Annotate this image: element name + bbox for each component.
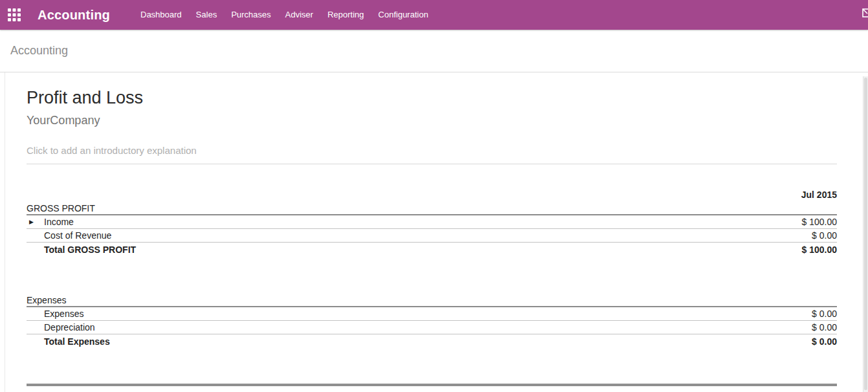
breadcrumb[interactable]: Accounting bbox=[10, 44, 68, 58]
row-value: $ 100.00 bbox=[802, 245, 838, 255]
menu-item-dashboard[interactable]: Dashboard bbox=[133, 0, 189, 30]
row-total-expenses: Total Expenses $ 0.00 bbox=[27, 334, 837, 349]
report-title: Profit and Loss bbox=[27, 88, 837, 108]
report-page: Profit and Loss YourCompany Click to add… bbox=[0, 72, 868, 392]
breadcrumb-bar: Accounting bbox=[0, 30, 868, 72]
apps-menu-button[interactable] bbox=[0, 0, 28, 30]
expand-caret-icon[interactable]: ▶ bbox=[29, 219, 34, 225]
row-label: Total GROSS PROFIT bbox=[27, 245, 136, 255]
row-income[interactable]: ▶ Income $ 100.00 bbox=[27, 215, 837, 229]
menu-item-adviser[interactable]: Adviser bbox=[278, 0, 320, 30]
row-expenses[interactable]: Expenses $ 0.00 bbox=[27, 307, 837, 321]
row-label: Expenses bbox=[27, 309, 83, 319]
row-value: $ 0.00 bbox=[812, 336, 837, 347]
section-name: GROSS PROFIT bbox=[27, 203, 95, 213]
menu-item-sales[interactable]: Sales bbox=[189, 0, 225, 30]
profit-loss-table: Jul 2015 GROSS PROFIT ▶ Income $ 100.00 … bbox=[27, 188, 837, 392]
period-column-header: Jul 2015 bbox=[801, 190, 837, 200]
row-cost-of-revenue[interactable]: Cost of Revenue $ 0.00 bbox=[27, 229, 837, 243]
scrollbar-thumb[interactable] bbox=[864, 78, 867, 390]
menu-item-purchases[interactable]: Purchases bbox=[224, 0, 278, 30]
intro-placeholder[interactable]: Click to add an introductory explanation bbox=[27, 145, 837, 164]
clipped-topbar-icon[interactable] bbox=[862, 8, 868, 21]
vertical-scrollbar[interactable] bbox=[863, 76, 868, 392]
report-sheet: Profit and Loss YourCompany Click to add… bbox=[5, 72, 863, 392]
row-value: $ 0.00 bbox=[812, 322, 837, 332]
row-label: Depreciation bbox=[27, 322, 95, 332]
menu-item-reporting[interactable]: Reporting bbox=[320, 0, 371, 30]
top-navbar: Accounting Dashboard Sales Purchases Adv… bbox=[0, 0, 868, 30]
section-header-expenses: Expenses bbox=[27, 294, 837, 307]
row-label: Cost of Revenue bbox=[27, 230, 111, 241]
section-name: Expenses bbox=[27, 295, 66, 305]
row-total-gross-profit: Total GROSS PROFIT $ 100.00 bbox=[27, 243, 837, 257]
row-value: $ 0.00 bbox=[812, 309, 837, 319]
row-value: $ 100.00 bbox=[802, 217, 838, 227]
row-depreciation[interactable]: Depreciation $ 0.00 bbox=[27, 321, 837, 334]
net-gap bbox=[27, 349, 837, 384]
company-name: YourCompany bbox=[27, 114, 837, 127]
table-header-row: Jul 2015 bbox=[27, 188, 837, 202]
apps-grid-icon bbox=[8, 8, 21, 21]
row-value: $ 0.00 bbox=[812, 230, 837, 241]
app-title: Accounting bbox=[38, 8, 110, 23]
row-net-profit: NET PROFIT $ 100.00 bbox=[27, 388, 837, 392]
menu-item-configuration[interactable]: Configuration bbox=[371, 0, 435, 30]
main-menu: Dashboard Sales Purchases Adviser Report… bbox=[133, 0, 436, 30]
row-label: Income bbox=[44, 217, 74, 227]
section-gap bbox=[27, 257, 837, 294]
row-label: Total Expenses bbox=[27, 336, 110, 347]
section-header-gross-profit: GROSS PROFIT bbox=[27, 202, 837, 215]
net-profit-double-rule bbox=[27, 384, 837, 386]
